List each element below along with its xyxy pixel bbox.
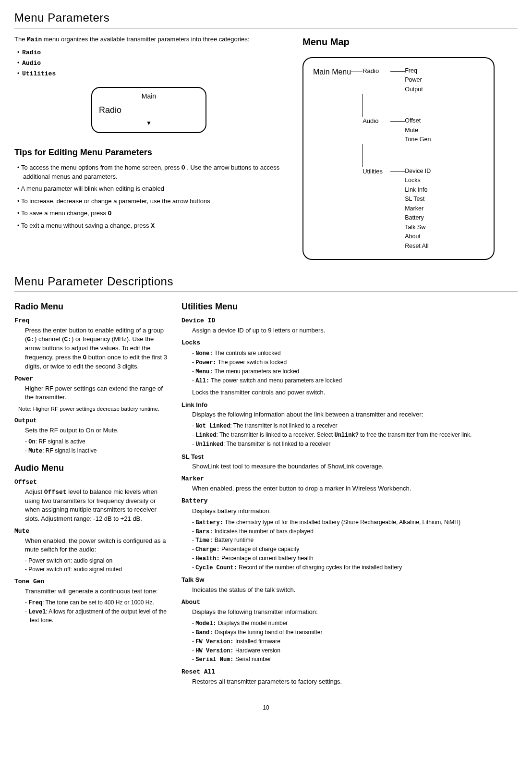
section-heading: Menu Parameters bbox=[14, 10, 518, 28]
tonegen-sublist: Freq: The tone can be set to 400 Hz or 1… bbox=[25, 599, 168, 624]
sub-item: Freq: The tone can be set to 400 Hz or 1… bbox=[25, 599, 168, 607]
param-battery: Battery bbox=[181, 497, 518, 505]
map-item: Freq bbox=[405, 67, 423, 75]
radio-menu-heading: Radio Menu bbox=[14, 301, 168, 313]
sub-item: Serial Num: Serial number bbox=[192, 655, 518, 664]
locks-body: Locks the transmitter controls and power… bbox=[192, 388, 518, 397]
battery-sublist: Battery: The chemistry type of for the i… bbox=[192, 518, 518, 572]
map-audio-row: Audio Offset Mute Tone Gen bbox=[363, 117, 431, 144]
right-column: Utilities Menu Device ID Assign a device… bbox=[181, 299, 518, 689]
mute-sublist: Power switch on: audio signal on Power s… bbox=[25, 557, 168, 574]
param-resetall: Reset All bbox=[181, 668, 518, 676]
param-freq: Freq bbox=[14, 317, 168, 325]
map-item: About bbox=[405, 233, 431, 241]
param-tonegen: Tone Gen bbox=[14, 577, 168, 586]
cat-radio: •Radio bbox=[17, 48, 283, 57]
menu-map-box: Main Menu Radio Freq Power Output bbox=[302, 57, 495, 260]
param-mute: Mute bbox=[14, 527, 168, 536]
map-radio-label: Radio bbox=[363, 67, 390, 75]
sub-item: Time: Battery runtime bbox=[192, 536, 518, 545]
param-output: Output bbox=[14, 417, 168, 425]
sub-item: Power: The power switch is locked bbox=[192, 358, 518, 367]
output-sublist: On: RF signal is active Mute: RF signal … bbox=[25, 438, 168, 455]
cat-audio: •Audio bbox=[17, 59, 283, 68]
sub-item: Not Linked: The transmitter is not linke… bbox=[192, 422, 518, 430]
left-column: Radio Menu Freq Press the enter button t… bbox=[14, 299, 168, 689]
param-power: Power bbox=[14, 375, 168, 383]
tips-list: To access the menu options from the home… bbox=[14, 163, 283, 231]
desc-columns: Radio Menu Freq Press the enter button t… bbox=[14, 299, 518, 689]
map-radio-row: Radio Freq Power Output bbox=[363, 67, 431, 94]
intro-a: The bbox=[14, 36, 27, 43]
sub-item: Band: Displays the tuning band of the tr… bbox=[192, 628, 518, 637]
sub-item: All: The power switch and menu parameter… bbox=[192, 377, 518, 385]
power-note: Note: Higher RF power settings decrease … bbox=[18, 405, 168, 413]
map-connector-icon bbox=[390, 172, 405, 172]
battery-body: Displays battery information: bbox=[192, 507, 518, 516]
locks-sublist: None: The controls are unlocked Power: T… bbox=[192, 349, 518, 385]
map-item: Reset All bbox=[405, 242, 431, 251]
sub-item: Unlinked: The transmitter is not linked … bbox=[192, 440, 518, 449]
intro-text: The Main menu organizes the available tr… bbox=[14, 35, 283, 44]
sub-item: Power switch off: audio signal muted bbox=[25, 565, 168, 574]
offset-body: Adjust Offset level to balance mic level… bbox=[25, 488, 168, 523]
down-arrow-icon: ▼ bbox=[99, 119, 199, 127]
sub-item: HW Version: Hardware version bbox=[192, 647, 518, 655]
mute-body: When enabled, the power switch is config… bbox=[25, 537, 168, 554]
tip-1: To access the menu options from the home… bbox=[17, 163, 283, 181]
map-item: Device ID bbox=[405, 167, 431, 176]
map-audio-items: Offset Mute Tone Gen bbox=[405, 117, 431, 144]
intro-main: Main bbox=[27, 36, 42, 43]
tip-3: To increase, decrease or change a parame… bbox=[17, 197, 283, 206]
freq-body: Press the enter button to enable editing… bbox=[25, 326, 168, 371]
sub-item: FW Version: Installed firmware bbox=[192, 638, 518, 646]
map-item: Link Info bbox=[405, 186, 431, 195]
map-item: Talk Sw bbox=[405, 223, 431, 232]
param-sltest: SL Test bbox=[181, 453, 518, 461]
sub-item: Mute: RF signal is inactive bbox=[25, 447, 168, 455]
output-body: Sets the RF output to On or Mute. bbox=[25, 426, 168, 435]
map-utilities-label: Utilities bbox=[363, 167, 390, 176]
map-item: Battery bbox=[405, 214, 431, 222]
param-deviceid: Device ID bbox=[181, 317, 518, 325]
sub-item: Power switch on: audio signal on bbox=[25, 557, 168, 565]
sub-item: Model: Displays the model number bbox=[192, 619, 518, 628]
sub-item: On: RF signal is active bbox=[25, 438, 168, 446]
map-item: Locks bbox=[405, 176, 431, 185]
sub-item: Bars: Indicates the number of bars displ… bbox=[192, 528, 518, 536]
menu-map-side: Menu Map Main Menu Radio Freq Power Outp… bbox=[302, 35, 518, 260]
sub-item: Level: Allows for adjustment of the outp… bbox=[25, 608, 168, 625]
param-offset: Offset bbox=[14, 478, 168, 487]
map-item: Tone Gen bbox=[405, 135, 431, 144]
audio-menu-heading: Audio Menu bbox=[14, 462, 168, 474]
map-main: Main Menu bbox=[313, 67, 351, 77]
map-item: Marker bbox=[405, 205, 431, 213]
param-locks: Locks bbox=[181, 339, 518, 347]
tonegen-body: Transmitter will generate a continuous t… bbox=[25, 587, 168, 596]
resetall-body: Restores all transmitter parameters to f… bbox=[192, 677, 518, 686]
sub-item: Linked: The transmitter is linked to a r… bbox=[192, 431, 518, 440]
map-item: Mute bbox=[405, 126, 431, 135]
map-radio-items: Freq Power Output bbox=[405, 67, 423, 94]
marker-body: When enabled, press the enter button to … bbox=[192, 484, 518, 493]
sub-item: Battery: The chemistry type of for the i… bbox=[192, 518, 518, 527]
lcd-body: Radio bbox=[99, 104, 199, 116]
about-body: Displays the following transmitter infor… bbox=[192, 608, 518, 616]
sub-item: Cycle Count: Record of the number of cha… bbox=[192, 564, 518, 572]
param-about: About bbox=[181, 598, 518, 607]
cat-utilities: •Utilities bbox=[17, 69, 283, 78]
menu-map-heading: Menu Map bbox=[302, 35, 518, 49]
map-item: Power bbox=[405, 76, 423, 85]
map-item: Output bbox=[405, 86, 423, 94]
tip-5: To exit a menu without saving a change, … bbox=[17, 221, 283, 231]
intro-left: The Main menu organizes the available tr… bbox=[14, 35, 283, 260]
tip-2: A menu parameter will blink when editing… bbox=[17, 184, 283, 193]
map-connector-icon bbox=[390, 71, 405, 72]
intro-row: The Main menu organizes the available tr… bbox=[14, 35, 518, 260]
utilities-menu-heading: Utilities Menu bbox=[181, 301, 518, 313]
map-item: Offset bbox=[405, 117, 431, 125]
deviceid-body: Assign a device ID of up to 9 letters or… bbox=[192, 326, 518, 335]
section-heading: Menu Parameter Descriptions bbox=[14, 273, 518, 292]
linkinfo-sublist: Not Linked: The transmitter is not linke… bbox=[192, 422, 518, 448]
power-body: Higher RF power settings can extend the … bbox=[25, 384, 168, 402]
